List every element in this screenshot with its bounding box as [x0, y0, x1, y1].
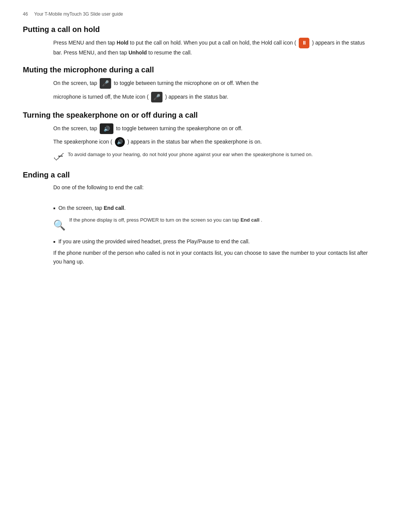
content-putting-on-hold: Press MENU and then tap Hold to put the …: [53, 38, 373, 57]
heading-putting-on-hold: Putting a call on hold: [23, 25, 388, 34]
text-speakerphone-line1: On the screen, tap 🔊 to toggle between t…: [53, 123, 373, 134]
caution-text: To avoid damage to your hearing, do not …: [68, 151, 313, 158]
note-box: 🔍 If the phone display is off, press POW…: [53, 216, 373, 233]
text-putting-on-hold: Press MENU and then tap Hold to put the …: [53, 38, 373, 57]
ending-bullet-1: On the screen, tap End call.: [53, 204, 373, 212]
ending-list: On the screen, tap End call.: [53, 204, 373, 212]
section-muting: Muting the microphone during a call On t…: [23, 66, 388, 102]
mute-button-icon: 🎤: [100, 78, 111, 89]
mute-status-icon: 🎤: [151, 92, 162, 102]
ending-bullet-2: If you are using the provided wired head…: [53, 237, 373, 246]
caution-icon: ⍻: [53, 152, 64, 162]
page-number: 46: [23, 11, 28, 17]
hold-icon: [299, 38, 309, 48]
text-muting-line2: microphone is turned off, the Mute icon …: [53, 92, 373, 102]
bold-hold: Hold: [117, 40, 129, 46]
heading-muting: Muting the microphone during a call: [23, 66, 388, 74]
ending-list-2: If you are using the provided wired head…: [53, 237, 373, 246]
content-muting: On the screen, tap 🎤 to toggle between t…: [53, 78, 373, 102]
speakerphone-status-icon: 🔊: [115, 137, 125, 147]
note-icon: 🔍: [53, 217, 65, 233]
heading-ending: Ending a call: [23, 171, 388, 179]
text-ending-footer: If the phone number of the person who ca…: [53, 249, 373, 266]
section-speakerphone: Turning the speakerphone on or off durin…: [23, 111, 388, 162]
note-text: If the phone display is off, press POWER…: [69, 216, 262, 224]
content-ending: Do one of the following to end the call:…: [53, 183, 373, 266]
content-speakerphone: On the screen, tap 🔊 to toggle between t…: [53, 123, 373, 162]
caution-box: ⍻ To avoid damage to your hearing, do no…: [53, 151, 373, 162]
bold-end-call-1: End call: [104, 205, 124, 211]
section-ending: Ending a call Do one of the following to…: [23, 171, 388, 266]
text-muting-line1: On the screen, tap 🎤 to toggle between t…: [53, 78, 373, 89]
text-ending-intro: Do one of the following to end the call:: [53, 183, 373, 192]
section-putting-on-hold: Putting a call on hold Press MENU and th…: [23, 25, 388, 57]
heading-speakerphone: Turning the speakerphone on or off durin…: [23, 111, 388, 120]
bold-unhold: Unhold: [129, 50, 147, 56]
text-speakerphone-line2: The speakerphone icon ( 🔊 ) appears in t…: [53, 137, 373, 147]
speakerphone-button-icon: 🔊: [100, 123, 113, 134]
bold-end-call-note: End call: [241, 217, 260, 223]
page-number-bar: 46 Your T-Mobile myTouch 3G Slide user g…: [23, 11, 388, 17]
guide-title: Your T-Mobile myTouch 3G Slide user guid…: [34, 11, 123, 17]
